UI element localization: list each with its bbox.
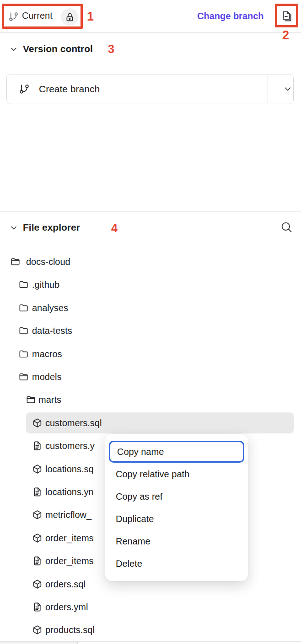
file-tree-item-label: models (32, 366, 61, 387)
split-button-divider (268, 74, 268, 104)
version-control-title[interactable]: Version control (23, 43, 93, 54)
context-menu-item-duplicate[interactable]: Duplicate (105, 508, 248, 530)
sidebar-top-bar: Current Change branch (0, 0, 301, 33)
file-tree-item-label: products.sql (45, 619, 95, 640)
model-icon (32, 533, 43, 543)
branch-readonly-badge (61, 8, 78, 26)
file-tree-item-label: analyses (32, 297, 68, 318)
chevron-down-icon[interactable] (9, 223, 18, 232)
folder-open-icon (10, 257, 21, 267)
file-explorer-title[interactable]: File explorer (23, 222, 80, 233)
model-icon (32, 579, 43, 589)
create-branch-label: Create branch (39, 84, 100, 95)
file-tree-item-label: locations.yn (45, 481, 94, 502)
folder-icon (18, 348, 29, 359)
git-branch-icon (8, 11, 19, 22)
file-tree-item-label: orders.yml (45, 596, 88, 618)
folder-icon (18, 280, 29, 290)
file-tree-item-label: .github (32, 274, 59, 295)
annotation-number-4: 4 (111, 222, 118, 235)
model-icon (32, 417, 43, 428)
model-icon (32, 625, 43, 635)
context-menu-item-copy-name[interactable]: Copy name (109, 441, 244, 463)
file-tree-item-label: data-tests (32, 320, 72, 341)
file-tree-item-label: customers.y (45, 435, 95, 456)
git-branch-icon (19, 84, 30, 95)
file-tree-item-label: docs-cloud (26, 251, 70, 272)
context-menu: Copy nameCopy relative pathCopy as refDu… (105, 434, 248, 581)
context-menu-item-copy-relative-path[interactable]: Copy relative path (105, 463, 248, 485)
file-tree-item-label: locations.sq (45, 459, 94, 480)
file-tree-item[interactable]: models (0, 366, 301, 387)
bottom-edge (0, 641, 301, 644)
doc-icon (32, 441, 43, 451)
create-branch-button[interactable]: Create branch (6, 74, 294, 104)
create-branch-dropdown-toggle[interactable] (275, 74, 301, 104)
section-divider (0, 211, 301, 212)
file-tree-item-label: orders.sql (45, 574, 86, 595)
file-tree-item[interactable]: docs-cloud (0, 251, 301, 272)
doc-icon (32, 602, 43, 612)
doc-icon (32, 487, 43, 497)
file-tree-item-label: metricflow_ (45, 504, 91, 525)
file-tree-item[interactable]: analyses (0, 297, 301, 318)
file-tree-item-label: macros (32, 343, 62, 364)
search-icon[interactable] (280, 221, 293, 233)
file-tree-item[interactable]: .github (0, 274, 301, 295)
change-branch-link[interactable]: Change branch (197, 11, 264, 21)
folder-open-icon (26, 395, 36, 405)
lock-icon (65, 12, 75, 22)
chevron-down-icon (283, 84, 293, 94)
context-menu-item-copy-as-ref[interactable]: Copy as ref (105, 486, 248, 507)
folder-icon (18, 326, 29, 336)
file-tree-item-label: customers.sql (45, 412, 102, 433)
file-tree-item[interactable]: macros (0, 343, 301, 364)
annotation-number-3: 3 (108, 42, 114, 56)
folder-open-icon (18, 372, 29, 382)
current-branch-label[interactable]: Current (22, 11, 53, 21)
model-icon (32, 510, 43, 520)
file-tree-item-label: order_items (45, 528, 94, 549)
chevron-down-icon[interactable] (9, 45, 18, 54)
context-menu-item-rename[interactable]: Rename (105, 530, 248, 552)
file-tree-item[interactable]: marts (0, 389, 301, 410)
bottom-edge-segment (0, 642, 78, 644)
doc-icon (32, 556, 43, 566)
file-tree-item[interactable]: products.sql (0, 619, 301, 640)
context-menu-item-delete[interactable]: Delete (105, 553, 248, 575)
file-tree-item[interactable]: customers.sql (0, 412, 301, 433)
duplicate-files-button[interactable] (277, 7, 296, 25)
file-tree-item[interactable]: data-tests (0, 320, 301, 341)
file-tree-item[interactable]: orders.yml (0, 596, 301, 618)
file-tree-item-label: order_items (45, 550, 94, 571)
copy-files-icon (280, 9, 294, 23)
folder-icon (18, 302, 29, 313)
model-icon (32, 464, 43, 474)
file-tree-item-label: marts (38, 389, 61, 410)
